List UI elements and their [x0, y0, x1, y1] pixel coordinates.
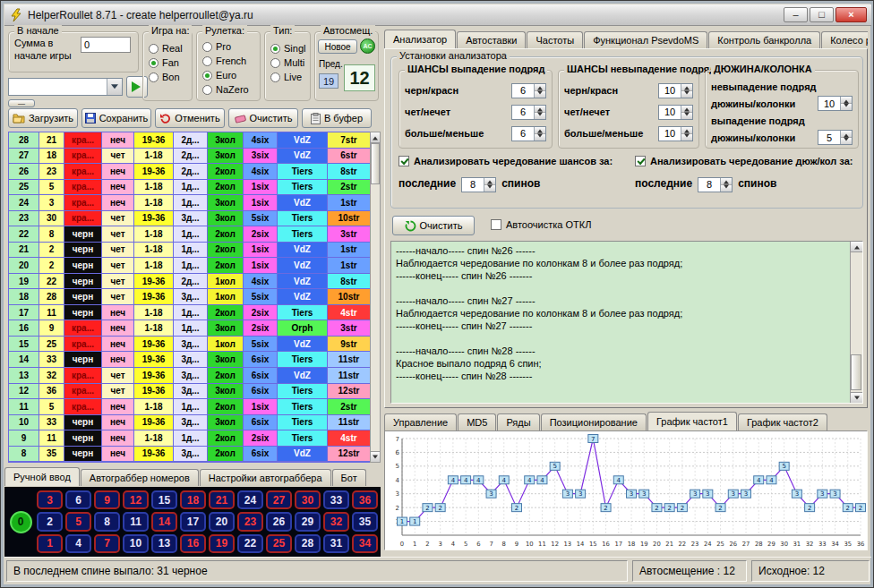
alt-dozens-spinner[interactable]: 8 [698, 177, 733, 192]
numpad-cell-11[interactable]: 11 [123, 512, 149, 531]
toolbar-button-eraser[interactable]: Очистить [228, 108, 298, 128]
numpad-cell-9[interactable]: 9 [94, 490, 120, 509]
input-tab-автограббер-номеров[interactable]: Автограббер номеров [81, 469, 199, 486]
bottom-tab-график-частот2[interactable]: График частот2 [738, 413, 827, 430]
table-row[interactable]: 1525кра...неч19-363д...1кол5sixVdZ9str [9, 337, 369, 353]
numpad-cell-32[interactable]: 32 [323, 512, 349, 531]
log-scroll-thumb[interactable] [851, 354, 861, 390]
tab-функционал-psevdoms[interactable]: Функционал PsevdoMS [584, 31, 707, 48]
tab-частоты[interactable]: Частоты [527, 31, 583, 48]
table-row[interactable]: 911черннеч1-181д...2кол2sixTiers4str [9, 430, 369, 447]
numpad-cell-4[interactable]: 4 [65, 534, 91, 553]
bottom-tab-позиционирование[interactable]: Позиционирование [541, 413, 647, 430]
numpad-cell-15[interactable]: 15 [151, 490, 177, 509]
numpad-cell-21[interactable]: 21 [209, 490, 235, 509]
table-row[interactable]: 1922чернчет19-362д...1кол4sixVdZ8str [9, 274, 369, 290]
table-row[interactable]: 255кра...неч1-181д...2кол1sixTiers2str [9, 180, 369, 196]
alt-chances-checkbox[interactable] [398, 156, 409, 166]
toolbar-button-undo[interactable]: Отменить [155, 108, 225, 128]
roulette-option-euro[interactable]: Euro [197, 68, 260, 82]
collapse-button[interactable]: — [8, 99, 35, 107]
numpad-cell-17[interactable]: 17 [180, 512, 206, 531]
maximize-button[interactable]: □ [810, 7, 834, 22]
numpad-cell-10[interactable]: 10 [123, 534, 149, 553]
chances-miss-spinner-1-down-icon[interactable] [681, 113, 692, 119]
toolbar-button-clipboard[interactable]: В буфер [302, 108, 372, 128]
table-row[interactable]: 212чернчет1-181д...2кол1sixVdZ1str [9, 243, 369, 259]
numpad-cell-35[interactable]: 35 [352, 512, 378, 531]
table-row[interactable]: 2821кра...неч19-362д...3кол4sixVdZ7str [9, 132, 369, 149]
table-row[interactable]: 1711черннеч1-181д...2кол2sixTiers4str [9, 305, 369, 321]
dozen-column-spinner-1-down-icon[interactable] [841, 104, 852, 110]
numpad-cell-5[interactable]: 5 [65, 512, 91, 531]
autoshift-ac-button[interactable]: АС [360, 38, 375, 54]
numpad-cell-6[interactable]: 6 [65, 490, 91, 509]
numpad-cell-24[interactable]: 24 [237, 490, 263, 509]
chances-hit-spinner-0-down-icon[interactable] [535, 91, 545, 98]
dozen-column-spinner-3[interactable]: 5 [818, 130, 853, 145]
numpad-cell-8[interactable]: 8 [94, 512, 120, 531]
input-tab-бот[interactable]: Бот [332, 469, 366, 486]
numpad-cell-2[interactable]: 2 [37, 512, 63, 531]
roulette-option-pro[interactable]: Pro [197, 39, 260, 54]
alt-chances-spinner-down-icon[interactable] [484, 185, 495, 192]
table-row[interactable]: 2718кра...чет1-182д...3кол3sixVdZ6str [9, 149, 369, 165]
roulette-option-french[interactable]: French [197, 54, 260, 68]
close-button[interactable]: × [835, 7, 867, 22]
numpad-cell-20[interactable]: 20 [209, 512, 235, 531]
chances-hit-spinner-1[interactable]: 6 [511, 105, 546, 120]
tab-колесо-ру[interactable]: Колесо ру [821, 31, 868, 48]
game-option-fan[interactable]: Fan [143, 55, 192, 70]
numpad-cell-13[interactable]: 13 [151, 534, 177, 553]
tab-анализатор[interactable]: Анализатор [384, 30, 456, 48]
numpad-cell-30[interactable]: 30 [295, 490, 321, 509]
autoclear-checkbox[interactable] [491, 219, 501, 230]
numpad-cell-7[interactable]: 7 [94, 534, 120, 553]
input-tab-ручной-ввод[interactable]: Ручной ввод [4, 467, 80, 486]
bottom-tab-график-частот1[interactable]: График частот1 [647, 412, 737, 430]
numpad-cell-18[interactable]: 18 [180, 490, 206, 509]
chances-hit-spinner-2-down-icon[interactable] [535, 134, 545, 141]
scroll-down-icon[interactable] [371, 451, 380, 462]
table-row[interactable]: 1433черннеч19-363д...3кол6sixTiers11str [9, 352, 369, 368]
start-sum-input[interactable] [81, 37, 131, 53]
table-row[interactable]: 1033черннеч19-363д...3кол6sixTiers11str [9, 415, 369, 431]
log-scroll-down-icon[interactable] [851, 392, 862, 403]
numpad-cell-33[interactable]: 33 [323, 490, 349, 509]
table-row[interactable]: 169кра...неч1-181д...3кол2sixOrph3str [9, 320, 369, 337]
table-row[interactable]: 1828чернчет19-363д...1кол5sixVdZ10str [9, 289, 369, 305]
minimize-button[interactable]: – [784, 7, 808, 22]
numpad-cell-31[interactable]: 31 [323, 534, 349, 553]
chances-hit-spinner-2[interactable]: 6 [511, 126, 546, 141]
spin-number-combobox[interactable] [8, 78, 123, 96]
chances-miss-spinner-2[interactable]: 10 [658, 126, 693, 141]
tab-контроль-банкролла[interactable]: Контроль банкролла [708, 31, 820, 48]
scroll-up-icon[interactable] [371, 132, 380, 143]
table-row[interactable]: 115кра...неч1-181д...2кол1sixTiers2str [9, 399, 369, 415]
combobox-dropdown-icon[interactable] [107, 79, 122, 95]
chances-miss-spinner-0-down-icon[interactable] [681, 91, 692, 98]
dozen-column-spinner-1[interactable]: 10 [818, 96, 853, 111]
chances-miss-spinner-0[interactable]: 10 [658, 83, 693, 98]
bottom-tab-управление[interactable]: Управление [384, 413, 457, 430]
type-option-live[interactable]: Live [265, 70, 310, 84]
alt-dozens-spinner-down-icon[interactable] [721, 185, 732, 192]
input-tab-настройки-автограббера[interactable]: Настройки автограббера [200, 469, 331, 486]
numpad-cell-3[interactable]: 3 [37, 490, 63, 509]
table-row[interactable]: 228чернчет1-181д...2кол2sixTiers3str [9, 226, 369, 243]
numpad-cell-34[interactable]: 34 [352, 534, 378, 553]
table-scrollbar[interactable] [370, 132, 381, 463]
scroll-thumb[interactable] [371, 143, 380, 184]
numpad-cell-22[interactable]: 22 [237, 534, 263, 553]
toolbar-button-open-folder[interactable]: Загрузить [8, 108, 78, 128]
analyzer-clear-button[interactable]: Очистить [392, 216, 475, 235]
dozen-column-spinner-3-down-icon[interactable] [841, 138, 852, 144]
numpad-cell-27[interactable]: 27 [266, 490, 292, 509]
bottom-tab-md5[interactable]: MD5 [458, 413, 496, 430]
alt-chances-spinner[interactable]: 8 [461, 177, 496, 192]
numpad-cell-29[interactable]: 29 [295, 512, 321, 531]
table-row[interactable]: 1236кра...чет19-363д...3кол6sixTiers12st… [9, 384, 369, 400]
log-scroll-up-icon[interactable] [851, 242, 862, 252]
game-option-bon[interactable]: Bon [143, 70, 192, 84]
numpad-cell-12[interactable]: 12 [123, 490, 149, 509]
